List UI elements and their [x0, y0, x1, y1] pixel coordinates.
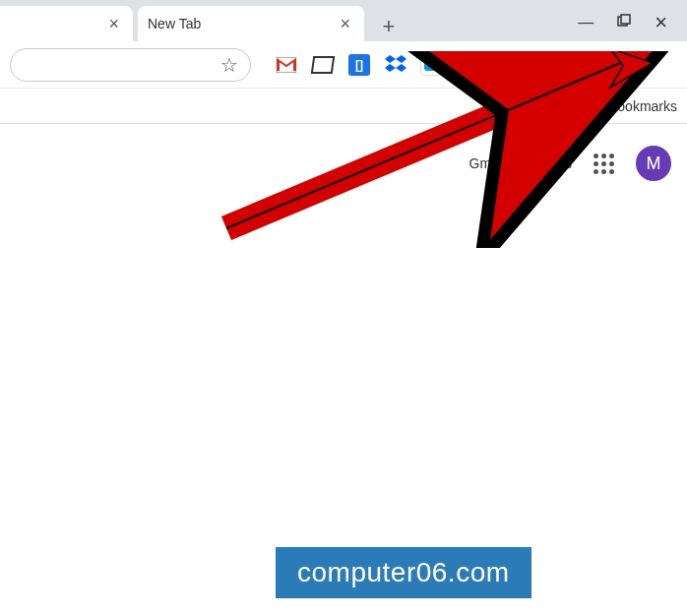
window-controls: — × [578, 10, 687, 41]
profile-button[interactable] [557, 51, 585, 79]
new-tab-button[interactable]: + [374, 12, 404, 41]
watermark-banner: computer06.com [276, 547, 531, 598]
tag-extension-icon[interactable] [311, 53, 335, 77]
browser-toolbar: ☆ [] P [0, 41, 687, 89]
browser-tab-new[interactable]: New Tab × [138, 6, 364, 41]
images-link[interactable]: Images [527, 155, 572, 171]
close-window-button[interactable]: × [655, 10, 667, 35]
account-avatar[interactable]: M [636, 146, 671, 181]
minimize-button[interactable]: — [578, 14, 593, 31]
tab-strip: × New Tab × + — × [0, 0, 687, 41]
other-bookmarks-folder[interactable]: Other bookmarks [544, 98, 677, 114]
new-tab-page-links: Gmail Images M [469, 146, 671, 181]
profile-icon [563, 57, 579, 73]
blue-extension-icon[interactable]: [] [347, 53, 371, 77]
close-icon[interactable]: × [104, 12, 123, 36]
gmail-link[interactable]: Gmail [469, 155, 506, 171]
address-bar[interactable]: ☆ [10, 48, 251, 82]
lastpass-extension-icon[interactable] [495, 53, 519, 77]
menu-dots-icon [613, 56, 617, 60]
extensions-row: [] P [275, 51, 627, 79]
close-icon[interactable]: × [336, 12, 354, 36]
chrome-menu-button[interactable] [605, 56, 625, 74]
onedrive-extension-icon[interactable] [420, 54, 446, 76]
google-apps-button[interactable] [593, 154, 614, 174]
toolbar-divider [537, 53, 538, 77]
browser-tab-1[interactable]: × [0, 6, 133, 41]
pinterest-extension-icon[interactable]: P [459, 53, 482, 77]
folder-icon [544, 98, 564, 114]
plus-icon: + [383, 14, 396, 39]
gmail-extension-icon[interactable] [275, 53, 298, 77]
dropbox-extension-icon[interactable] [384, 53, 407, 77]
svg-point-3 [568, 59, 574, 65]
other-bookmarks-label: Other bookmarks [572, 98, 677, 114]
tab-title: New Tab [148, 16, 201, 31]
avatar-letter: M [647, 154, 661, 174]
maximize-button[interactable] [617, 14, 631, 31]
svg-rect-1 [621, 15, 630, 24]
bookmark-star-icon[interactable]: ☆ [220, 53, 238, 77]
bookmarks-bar: Other bookmarks [0, 89, 687, 124]
maximize-icon [617, 14, 631, 28]
